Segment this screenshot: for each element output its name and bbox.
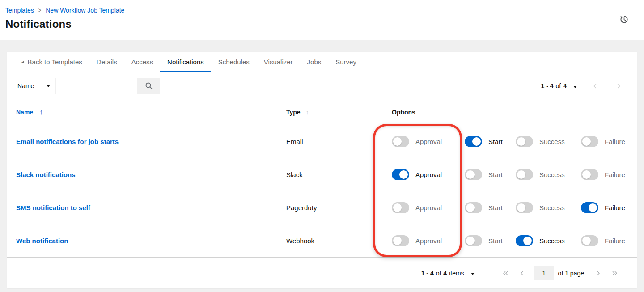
search-button[interactable]	[138, 78, 160, 94]
breadcrumb-current-link[interactable]: New Workflow Job Template	[46, 7, 124, 14]
history-icon[interactable]	[619, 13, 631, 25]
column-label: Options	[392, 109, 415, 116]
start-toggle[interactable]	[465, 235, 482, 246]
approval-toggle[interactable]	[392, 235, 409, 246]
success-toggle[interactable]	[516, 202, 533, 213]
bottom-pagination: 1 - 4 of 4 items of 1 page	[7, 257, 637, 288]
table-row: SMS notification to self Pagerduty Appro…	[7, 191, 637, 224]
toggle-knob	[517, 203, 525, 212]
tab-survey[interactable]: Survey	[328, 52, 364, 72]
chevron-down-icon	[47, 85, 50, 87]
next-page-button[interactable]	[594, 270, 603, 277]
items-summary: 1 - 4 of 4 items	[421, 268, 476, 278]
tab-notifications[interactable]: Notifications	[160, 52, 211, 72]
top-pagination-summary: 1 - 4 of 4	[541, 81, 579, 91]
toggle-knob	[582, 137, 591, 146]
sort-ascending-icon: ↑	[39, 108, 43, 116]
toggle-knob	[393, 203, 402, 212]
filter-key-dropdown[interactable]: Name	[12, 78, 56, 94]
notification-type: Webhook	[279, 237, 385, 245]
toggle-knob	[466, 203, 475, 212]
table-header: Name ↑ Type ↕ Options	[7, 99, 637, 125]
success-toggle-label: Success	[539, 237, 565, 245]
prev-page-button[interactable]	[590, 82, 600, 90]
notification-name-link[interactable]: SMS notification to self	[16, 204, 90, 212]
prev-page-button[interactable]	[517, 270, 526, 277]
start-toggle[interactable]	[465, 136, 482, 147]
column-header-type[interactable]: Type ↕	[279, 109, 385, 116]
notification-options: Approval Start Success Failure	[385, 202, 637, 213]
failure-toggle-label: Failure	[605, 171, 625, 178]
tab-jobs[interactable]: Jobs	[300, 52, 329, 72]
success-toggle[interactable]	[516, 235, 533, 246]
column-header-options: Options	[385, 109, 637, 116]
start-toggle-label: Start	[488, 138, 503, 145]
pagination-total: 4	[563, 82, 567, 89]
approval-toggle[interactable]	[392, 136, 409, 147]
approval-toggle-label: Approval	[415, 204, 442, 212]
failure-toggle[interactable]	[581, 202, 598, 213]
start-toggle[interactable]	[465, 202, 482, 213]
start-toggle-label: Start	[488, 204, 503, 212]
pagination-range: 1 - 4	[541, 82, 554, 89]
filter-key-label: Name	[17, 82, 34, 89]
failure-toggle[interactable]	[581, 136, 598, 147]
tab-details[interactable]: Details	[89, 52, 124, 72]
breadcrumb-separator-icon: >	[38, 7, 41, 14]
failure-toggle-label: Failure	[605, 237, 625, 245]
notification-options: Approval Start Success Failure	[385, 235, 637, 246]
items-total: 4	[443, 270, 447, 277]
toggle-knob	[399, 170, 408, 179]
approval-toggle[interactable]	[392, 169, 409, 180]
tab-schedules[interactable]: Schedules	[211, 52, 257, 72]
next-page-button[interactable]	[614, 82, 623, 90]
start-toggle-label: Start	[488, 237, 503, 245]
start-toggle[interactable]	[465, 169, 482, 180]
notification-name-link[interactable]: Slack notifications	[16, 171, 76, 178]
notifications-card: ◂ Back to Templates Details Access Notif…	[7, 52, 637, 288]
approval-toggle-label: Approval	[415, 171, 442, 178]
notification-name-link[interactable]: Web notification	[16, 237, 68, 245]
table-row: Slack notifications Slack Approval Start…	[7, 158, 637, 191]
tab-back-to-templates[interactable]: ◂ Back to Templates	[14, 52, 89, 72]
items-word: items	[449, 270, 464, 277]
column-header-name[interactable]: Name ↑	[7, 108, 279, 116]
last-page-button[interactable]	[610, 270, 620, 277]
start-toggle-label: Start	[488, 171, 503, 178]
approval-toggle-label: Approval	[415, 138, 442, 145]
breadcrumb: Templates > New Workflow Job Template	[5, 7, 639, 14]
toggle-knob	[589, 203, 597, 212]
toggle-knob	[517, 137, 525, 146]
per-page-dropdown[interactable]	[572, 81, 579, 91]
first-page-button[interactable]	[500, 270, 510, 277]
page-number-input[interactable]	[534, 266, 554, 280]
page-header: Templates > New Workflow Job Template No…	[0, 0, 644, 40]
column-label: Name	[16, 109, 33, 116]
tab-label: Access	[131, 58, 153, 66]
toggle-knob	[466, 237, 475, 245]
approval-toggle[interactable]	[392, 202, 409, 213]
tab-label: Survey	[335, 58, 356, 66]
success-toggle[interactable]	[516, 169, 533, 180]
tab-label: Notifications	[167, 58, 204, 66]
tab-access[interactable]: Access	[124, 52, 160, 72]
success-toggle[interactable]	[516, 136, 533, 147]
table-row: Email notifications for job starts Email…	[7, 125, 637, 158]
failure-toggle[interactable]	[581, 169, 598, 180]
back-caret-icon: ◂	[21, 59, 24, 65]
failure-toggle[interactable]	[581, 235, 598, 246]
breadcrumb-templates-link[interactable]: Templates	[5, 7, 34, 14]
notification-options: Approval Start Success Failure	[385, 136, 637, 147]
notification-name-link[interactable]: Email notifications for job starts	[16, 138, 119, 145]
table-row: Web notification Webhook Approval Start …	[7, 224, 637, 257]
tab-visualizer[interactable]: Visualizer	[257, 52, 300, 72]
list-toolbar: Name 1 - 4 of 4	[7, 72, 637, 99]
column-label: Type	[286, 109, 301, 116]
notification-options: Approval Start Success Failure	[385, 169, 637, 180]
notification-type: Pagerduty	[279, 204, 385, 212]
success-toggle-label: Success	[539, 138, 565, 145]
failure-toggle-label: Failure	[605, 138, 625, 145]
toggle-knob	[472, 137, 481, 146]
search-input[interactable]	[56, 78, 138, 94]
per-page-dropdown[interactable]	[469, 268, 476, 278]
